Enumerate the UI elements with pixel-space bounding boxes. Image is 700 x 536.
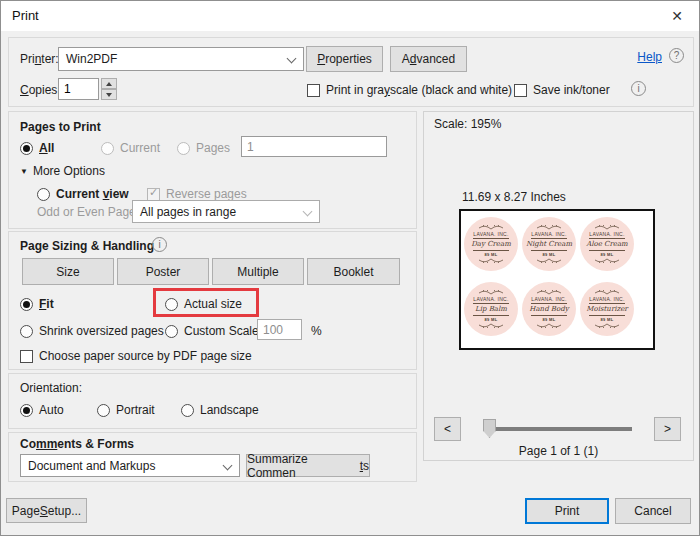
branch-ornament-icon bbox=[477, 289, 505, 296]
current-radio[interactable]: Current bbox=[101, 141, 160, 155]
label-name: Aloe Cream bbox=[586, 240, 628, 249]
label-divider bbox=[531, 315, 567, 316]
page-slider-track[interactable] bbox=[486, 427, 632, 431]
printer-label: Printer: bbox=[20, 52, 59, 66]
size-button[interactable]: Size bbox=[22, 258, 114, 285]
more-options-toggle[interactable]: ▼More Options bbox=[20, 164, 105, 178]
product-label: LAVANA. INC. Aloe Cream 89 ML bbox=[580, 217, 634, 271]
branch-ornament-icon bbox=[535, 322, 563, 329]
portrait-radio-label: Portrait bbox=[116, 403, 155, 417]
properties-button[interactable]: Properties bbox=[306, 46, 383, 72]
portrait-radio[interactable]: Portrait bbox=[97, 403, 155, 417]
grayscale-label: Print in grayscale (black and white) bbox=[326, 83, 512, 97]
printer-select[interactable]: Win2PDF bbox=[58, 47, 304, 71]
page-count-text: Page 1 of 1 (1) bbox=[424, 444, 693, 458]
multiple-button[interactable]: Multiple bbox=[212, 258, 304, 285]
label-name: Moisturizer bbox=[586, 305, 627, 314]
next-page-button[interactable]: > bbox=[654, 417, 681, 441]
label-divider bbox=[589, 303, 625, 304]
checkbox-icon bbox=[514, 84, 527, 97]
poster-button[interactable]: Poster bbox=[117, 258, 209, 285]
branch-ornament-icon bbox=[535, 224, 563, 231]
chevron-down-icon bbox=[303, 207, 313, 217]
advanced-button[interactable]: Advanced bbox=[390, 46, 467, 72]
copies-input[interactable] bbox=[58, 78, 99, 100]
booklet-button[interactable]: Booklet bbox=[307, 258, 400, 285]
dimensions-text: 11.69 x 8.27 Inches bbox=[462, 190, 566, 204]
page-slider-thumb[interactable] bbox=[483, 419, 496, 438]
label-name: Day Cream bbox=[471, 240, 511, 249]
comments-select[interactable]: Document and Markups bbox=[20, 454, 240, 477]
copies-step-up[interactable] bbox=[101, 78, 117, 89]
close-icon[interactable]: ✕ bbox=[659, 3, 695, 29]
label-name: Night Cream bbox=[526, 240, 572, 249]
page-setup-button[interactable]: Page Setup... bbox=[6, 498, 87, 523]
pages-to-print-heading: Pages to Print bbox=[20, 120, 101, 134]
reverse-pages-checkbox[interactable]: ✓Reverse pages bbox=[147, 187, 247, 201]
cancel-button[interactable]: Cancel bbox=[615, 498, 691, 524]
label-divider bbox=[589, 238, 625, 239]
titlebar: Print ✕ bbox=[1, 1, 699, 31]
help-icon[interactable]: ? bbox=[669, 48, 684, 63]
label-divider bbox=[473, 250, 509, 251]
shrink-label: Shrink oversized pages bbox=[39, 324, 164, 338]
summarize-comments-button[interactable]: Summarize Comments bbox=[246, 454, 370, 477]
help-link[interactable]: Help bbox=[637, 50, 662, 64]
shrink-radio[interactable]: Shrink oversized pages bbox=[20, 324, 164, 338]
comments-forms-heading: Comments & Forms bbox=[20, 437, 134, 451]
radio-icon bbox=[177, 142, 190, 155]
label-divider bbox=[473, 238, 509, 239]
all-radio[interactable]: All bbox=[20, 141, 54, 155]
odd-even-select[interactable]: All pages in range bbox=[132, 200, 320, 223]
landscape-radio[interactable]: Landscape bbox=[181, 403, 259, 417]
pages-range-input[interactable] bbox=[241, 136, 387, 157]
current-view-radio[interactable]: Current view bbox=[37, 187, 129, 201]
auto-radio[interactable]: Auto bbox=[20, 403, 64, 417]
custom-scale-radio[interactable]: Custom Scale: bbox=[165, 324, 262, 338]
orientation-heading: Orientation: bbox=[20, 381, 82, 395]
print-button[interactable]: Print bbox=[525, 498, 609, 524]
product-label: LAVANA. INC. Night Cream 89 ML bbox=[522, 217, 576, 271]
previous-page-button[interactable]: < bbox=[434, 417, 461, 441]
arrow-down-icon bbox=[106, 93, 112, 97]
product-label: LAVANA. INC. Hand Body 89 ML bbox=[522, 282, 576, 336]
fit-radio[interactable]: Fit bbox=[20, 297, 54, 311]
actual-size-highlight bbox=[153, 288, 259, 317]
current-view-label: Current view bbox=[56, 187, 129, 201]
radio-icon bbox=[20, 404, 33, 417]
check-icon: ✓ bbox=[149, 186, 158, 199]
label-divider bbox=[473, 303, 509, 304]
paper-source-checkbox[interactable]: Choose paper source by PDF page size bbox=[20, 349, 252, 363]
paper-source-label: Choose paper source by PDF page size bbox=[39, 349, 252, 363]
branch-ornament-icon bbox=[593, 224, 621, 231]
label-brand: LAVANA. INC. bbox=[589, 231, 624, 237]
label-brand: LAVANA. INC. bbox=[531, 296, 566, 302]
grayscale-checkbox[interactable]: Print in grayscale (black and white) bbox=[307, 83, 512, 97]
info-icon[interactable]: i bbox=[152, 237, 167, 252]
product-label: LAVANA. INC. Day Cream 89 ML bbox=[464, 217, 518, 271]
label-brand: LAVANA. INC. bbox=[531, 231, 566, 237]
all-radio-label: All bbox=[39, 141, 54, 155]
custom-scale-input[interactable] bbox=[257, 319, 302, 340]
pages-radio[interactable]: Pages bbox=[177, 141, 230, 155]
printer-group: Printer: Win2PDF Properties Advanced Hel… bbox=[8, 37, 694, 107]
label-divider bbox=[473, 315, 509, 316]
page-sizing-heading: Page Sizing & Handling bbox=[20, 239, 154, 253]
scale-text: Scale: 195% bbox=[434, 117, 501, 131]
product-label: LAVANA. INC. Moisturizer 89 ML bbox=[580, 282, 634, 336]
info-icon[interactable]: i bbox=[631, 81, 646, 96]
copies-step-down[interactable] bbox=[101, 89, 117, 100]
comments-select-value: Document and Markups bbox=[28, 459, 155, 473]
landscape-radio-label: Landscape bbox=[200, 403, 259, 417]
save-ink-label: Save ink/toner bbox=[533, 83, 610, 97]
odd-even-label: Odd or Even Pages: bbox=[37, 205, 145, 219]
label-divider bbox=[531, 250, 567, 251]
current-radio-label: Current bbox=[120, 141, 160, 155]
comments-forms-group: Comments & Forms Document and Markups Su… bbox=[8, 432, 417, 482]
label-divider bbox=[531, 303, 567, 304]
label-brand: LAVANA. INC. bbox=[473, 296, 508, 302]
save-ink-checkbox[interactable]: Save ink/toner bbox=[514, 83, 610, 97]
branch-ornament-icon bbox=[477, 322, 505, 329]
arrow-up-icon bbox=[106, 82, 112, 86]
checkbox-icon bbox=[20, 350, 33, 363]
